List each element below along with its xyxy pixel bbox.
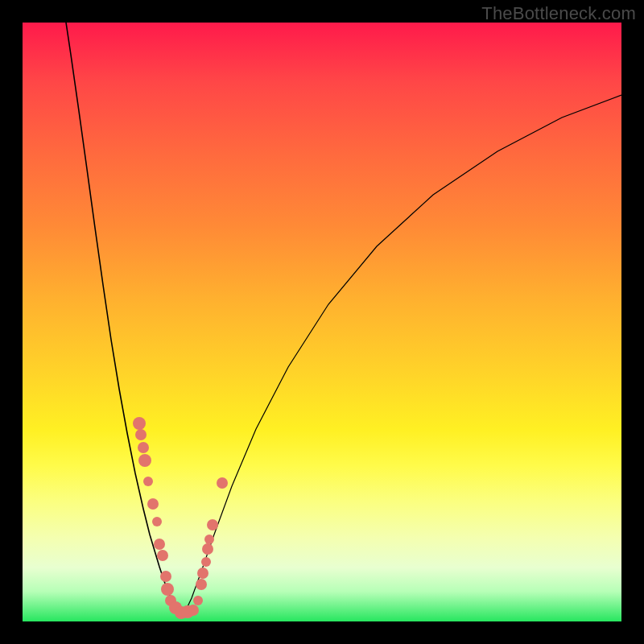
data-point [138,454,151,467]
data-point [157,550,168,561]
data-point [196,579,207,590]
data-point [202,543,213,555]
data-point [161,583,174,596]
data-point [193,596,203,605]
data-point [207,519,218,530]
data-point [154,539,165,550]
data-point [152,517,162,526]
data-point [160,571,171,582]
data-point [143,477,153,486]
data-point [197,568,208,579]
data-point [201,557,211,567]
chart-plot-area [23,23,621,621]
chart-svg [23,23,621,621]
curve-left-branch [66,23,184,615]
data-point [188,605,199,616]
data-point [204,535,214,544]
data-point [135,429,147,440]
data-point [133,417,146,430]
data-point [138,442,149,453]
curve-right-branch [184,95,621,615]
data-point [217,477,228,489]
watermark-text: TheBottleneck.com [481,3,636,24]
marker-group [133,417,228,619]
data-point [147,498,159,510]
